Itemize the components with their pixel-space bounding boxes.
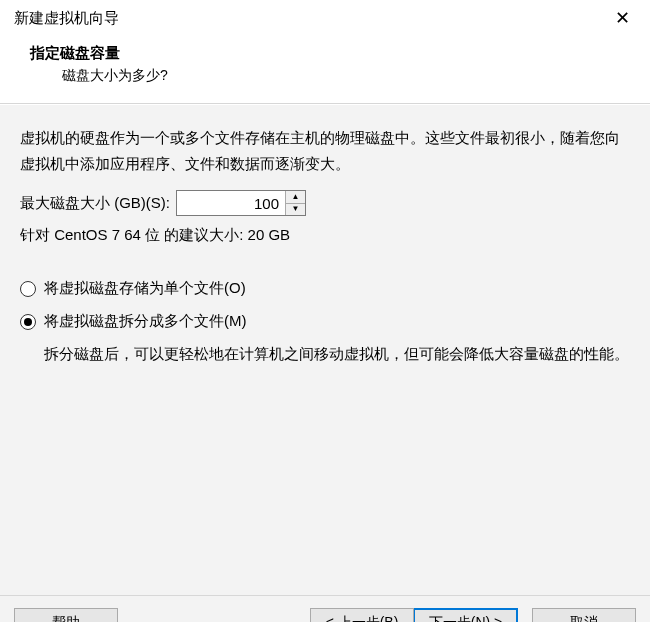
radio-unchecked-icon[interactable] (20, 281, 36, 297)
titlebar: 新建虚拟机向导 ✕ (0, 0, 650, 34)
radio-split-file-row[interactable]: 将虚拟磁盘拆分成多个文件(M) (20, 312, 630, 331)
radio-single-file-row[interactable]: 将虚拟磁盘存储为单个文件(O) (20, 279, 630, 298)
max-size-input[interactable] (177, 191, 285, 215)
spin-buttons: ▲ ▼ (285, 191, 305, 215)
next-button[interactable]: 下一步(N) > (414, 608, 518, 622)
page-subtitle: 指定磁盘容量 (0, 44, 650, 63)
disk-file-options: 将虚拟磁盘存储为单个文件(O) 将虚拟磁盘拆分成多个文件(M) 拆分磁盘后，可以… (20, 279, 630, 367)
page-question: 磁盘大小为多少? (0, 63, 650, 85)
max-size-row: 最大磁盘大小 (GB)(S): ▲ ▼ (20, 190, 630, 216)
spin-down-icon[interactable]: ▼ (286, 204, 305, 216)
wizard-header: 指定磁盘容量 磁盘大小为多少? (0, 34, 650, 104)
help-button[interactable]: 帮助 (14, 608, 118, 622)
back-button[interactable]: < 上一步(B) (310, 608, 414, 622)
window-title: 新建虚拟机向导 (14, 9, 119, 28)
radio-single-file-label: 将虚拟磁盘存储为单个文件(O) (44, 279, 246, 298)
disk-description: 虚拟机的硬盘作为一个或多个文件存储在主机的物理磁盘中。这些文件最初很小，随着您向… (20, 125, 630, 176)
wizard-content: 虚拟机的硬盘作为一个或多个文件存储在主机的物理磁盘中。这些文件最初很小，随着您向… (0, 104, 650, 596)
radio-split-file-label: 将虚拟磁盘拆分成多个文件(M) (44, 312, 247, 331)
split-help-text: 拆分磁盘后，可以更轻松地在计算机之间移动虚拟机，但可能会降低大容量磁盘的性能。 (20, 341, 630, 367)
radio-checked-icon[interactable] (20, 314, 36, 330)
max-size-label: 最大磁盘大小 (GB)(S): (20, 194, 170, 213)
cancel-button[interactable]: 取消 (532, 608, 636, 622)
spin-up-icon[interactable]: ▲ (286, 191, 305, 204)
close-icon[interactable]: ✕ (608, 9, 636, 27)
recommended-size: 针对 CentOS 7 64 位 的建议大小: 20 GB (20, 226, 630, 245)
button-bar: 帮助 < 上一步(B) 下一步(N) > 取消 (0, 596, 650, 622)
max-size-spinbox[interactable]: ▲ ▼ (176, 190, 306, 216)
